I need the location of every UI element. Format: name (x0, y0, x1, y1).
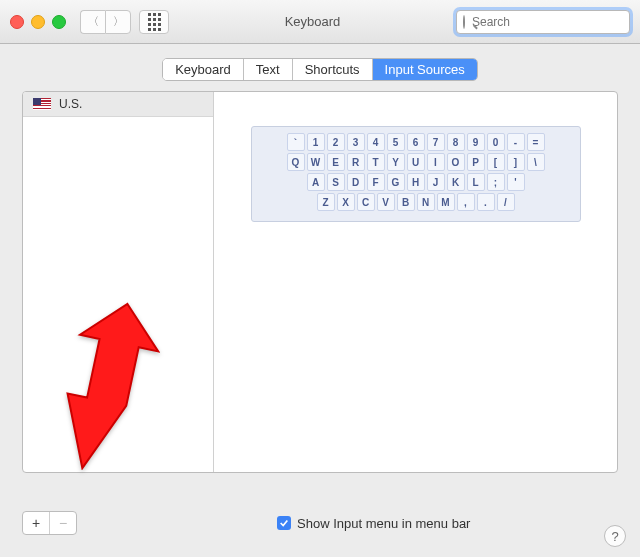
key: ' (507, 173, 525, 191)
keyboard-layout: `1234567890-= QWERTYUIOP[]\ ASDFGHJKL;' … (251, 126, 581, 222)
keyboard-preview: `1234567890-= QWERTYUIOP[]\ ASDFGHJKL;' … (214, 92, 617, 472)
forward-button[interactable]: 〉 (105, 10, 131, 34)
remove-source-button[interactable]: − (50, 512, 76, 534)
key: Y (387, 153, 405, 171)
show-menu-checkbox-row[interactable]: Show Input menu in menu bar (277, 516, 470, 531)
grid-icon (148, 13, 161, 31)
tab-keyboard[interactable]: Keyboard (163, 59, 244, 80)
key: 3 (347, 133, 365, 151)
key: C (357, 193, 375, 211)
key: G (387, 173, 405, 191)
key: 8 (447, 133, 465, 151)
input-sources-list: U.S. (23, 92, 214, 472)
key: = (527, 133, 545, 151)
key: H (407, 173, 425, 191)
us-flag-icon (33, 98, 51, 110)
key: T (367, 153, 385, 171)
window-title: Keyboard (177, 14, 448, 29)
tab-text[interactable]: Text (244, 59, 293, 80)
key: 6 (407, 133, 425, 151)
key: Q (287, 153, 305, 171)
key: [ (487, 153, 505, 171)
content-pane: U.S. `1234567890-= QWERTYUIOP[]\ ASDFGHJ… (22, 91, 618, 473)
titlebar: 〈 〉 Keyboard (0, 0, 640, 44)
key: W (307, 153, 325, 171)
chevron-right-icon: 〉 (113, 14, 124, 29)
key: , (457, 193, 475, 211)
question-icon: ? (611, 529, 618, 544)
key: 7 (427, 133, 445, 151)
key: \ (527, 153, 545, 171)
key: D (347, 173, 365, 191)
help-button[interactable]: ? (604, 525, 626, 547)
key: K (447, 173, 465, 191)
key: X (337, 193, 355, 211)
key: O (447, 153, 465, 171)
key: Z (317, 193, 335, 211)
search-input[interactable] (470, 14, 624, 30)
input-source-row[interactable]: U.S. (23, 92, 213, 117)
key: V (377, 193, 395, 211)
input-source-name: U.S. (59, 97, 82, 111)
preferences-window: 〈 〉 Keyboard Keyboard Text Shortcuts Inp… (0, 0, 640, 557)
tab-bar: Keyboard Text Shortcuts Input Sources (0, 58, 640, 81)
key: L (467, 173, 485, 191)
key: . (477, 193, 495, 211)
footer: + − Show Input menu in menu bar (22, 511, 618, 535)
key: - (507, 133, 525, 151)
key: S (327, 173, 345, 191)
chevron-left-icon: 〈 (88, 14, 99, 29)
key: E (327, 153, 345, 171)
window-controls (10, 15, 66, 29)
key: N (417, 193, 435, 211)
key: I (427, 153, 445, 171)
key: J (427, 173, 445, 191)
key: R (347, 153, 365, 171)
search-icon (463, 15, 465, 29)
tab-shortcuts[interactable]: Shortcuts (293, 59, 373, 80)
key: B (397, 193, 415, 211)
back-button[interactable]: 〈 (80, 10, 105, 34)
close-window-button[interactable] (10, 15, 24, 29)
key: / (497, 193, 515, 211)
key: 0 (487, 133, 505, 151)
key: 9 (467, 133, 485, 151)
key: ] (507, 153, 525, 171)
key: P (467, 153, 485, 171)
checkbox-checked-icon (277, 516, 291, 530)
key: 1 (307, 133, 325, 151)
add-source-button[interactable]: + (23, 512, 50, 534)
key: M (437, 193, 455, 211)
nav-buttons: 〈 〉 (80, 10, 131, 34)
plus-icon: + (32, 515, 40, 531)
add-remove-controls: + − (22, 511, 77, 535)
tab-input-sources[interactable]: Input Sources (373, 59, 477, 80)
minus-icon: − (59, 515, 67, 531)
key: 2 (327, 133, 345, 151)
key: ; (487, 173, 505, 191)
key: F (367, 173, 385, 191)
zoom-window-button[interactable] (52, 15, 66, 29)
show-menu-label: Show Input menu in menu bar (297, 516, 470, 531)
search-field[interactable] (456, 10, 630, 34)
key: 4 (367, 133, 385, 151)
key: A (307, 173, 325, 191)
minimize-window-button[interactable] (31, 15, 45, 29)
key: ` (287, 133, 305, 151)
key: U (407, 153, 425, 171)
key: 5 (387, 133, 405, 151)
show-all-button[interactable] (139, 10, 169, 34)
